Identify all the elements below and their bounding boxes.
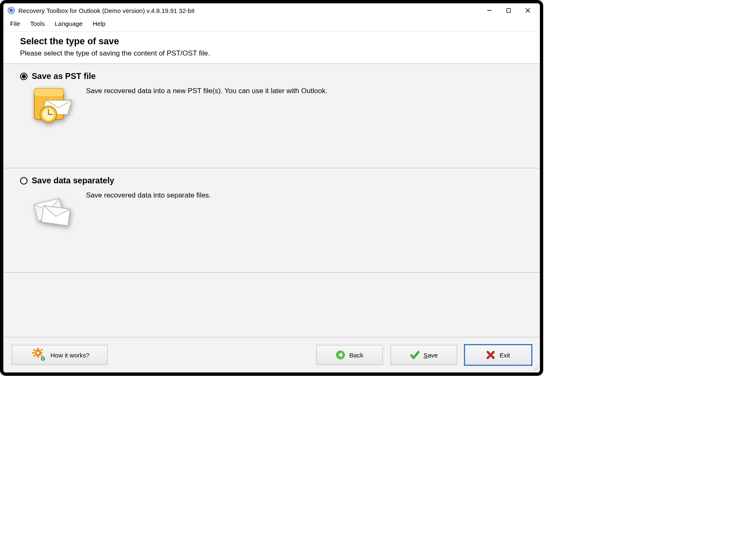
option-title-separate: Save data separately xyxy=(32,176,114,185)
option-save-as-pst[interactable]: Save as PST file Save recovered da xyxy=(3,64,540,168)
back-label: Back xyxy=(349,352,363,359)
gears-icon xyxy=(32,348,46,362)
svg-point-33 xyxy=(535,368,536,369)
titlebar: Recovery Toolbox for Outlook (Demo versi… xyxy=(3,3,540,18)
page-subtitle: Please select the type of saving the con… xyxy=(20,49,523,58)
outlook-pst-icon xyxy=(32,84,73,126)
minimize-button[interactable] xyxy=(480,4,499,17)
option-save-separately[interactable]: Save data separately Save xyxy=(3,168,540,273)
how-it-works-label: How it works? xyxy=(50,352,89,359)
envelopes-icon xyxy=(32,189,73,231)
menu-tools[interactable]: Tools xyxy=(26,18,49,29)
back-arrow-icon xyxy=(336,350,345,360)
page-header: Select the type of save Please select th… xyxy=(3,32,540,64)
menubar: File Tools Language Help xyxy=(3,18,540,32)
svg-rect-20 xyxy=(37,348,39,350)
option-desc-separate: Save recovered data into separate files. xyxy=(86,189,211,231)
svg-rect-3 xyxy=(507,9,511,13)
page-title: Select the type of save xyxy=(20,36,523,47)
menu-help[interactable]: Help xyxy=(88,18,110,29)
radio-save-as-pst[interactable] xyxy=(20,73,28,80)
svg-point-32 xyxy=(537,366,538,367)
back-button[interactable]: Back xyxy=(316,345,383,365)
how-it-works-button[interactable]: How it works? xyxy=(12,345,108,365)
option-desc-pst: Save recovered data into a new PST file(… xyxy=(86,84,328,126)
svg-rect-25 xyxy=(40,349,43,351)
footer: How it works? Back xyxy=(3,337,540,372)
checkmark-icon xyxy=(410,350,419,360)
menu-language[interactable]: Language xyxy=(50,18,87,29)
svg-rect-24 xyxy=(33,349,35,351)
maximize-button[interactable] xyxy=(499,4,518,17)
svg-point-19 xyxy=(37,352,39,354)
option-title-pst: Save as PST file xyxy=(32,71,96,81)
app-window: Recovery Toolbox for Outlook (Demo versi… xyxy=(0,0,543,376)
close-button[interactable] xyxy=(518,4,537,17)
svg-point-37 xyxy=(537,370,538,370)
save-label: Save xyxy=(423,352,438,359)
svg-rect-23 xyxy=(40,352,42,354)
svg-rect-21 xyxy=(37,356,39,358)
resize-grip[interactable] xyxy=(532,365,538,371)
svg-point-34 xyxy=(537,368,538,369)
svg-rect-27 xyxy=(40,355,43,357)
svg-rect-7 xyxy=(34,89,63,96)
exit-label: Exit xyxy=(499,352,510,359)
app-icon xyxy=(8,7,15,14)
content-area: Save as PST file Save recovered da xyxy=(3,64,540,337)
svg-rect-26 xyxy=(33,355,35,357)
exit-button[interactable]: Exit xyxy=(465,345,532,365)
menu-file[interactable]: File xyxy=(6,18,24,29)
window-title: Recovery Toolbox for Outlook (Demo versi… xyxy=(18,7,480,14)
radio-save-separately[interactable] xyxy=(20,177,28,185)
svg-point-36 xyxy=(535,370,536,370)
svg-rect-22 xyxy=(32,352,34,354)
x-icon xyxy=(486,350,495,360)
svg-point-29 xyxy=(42,358,44,360)
svg-point-35 xyxy=(534,370,534,370)
save-button[interactable]: Save xyxy=(391,345,457,365)
